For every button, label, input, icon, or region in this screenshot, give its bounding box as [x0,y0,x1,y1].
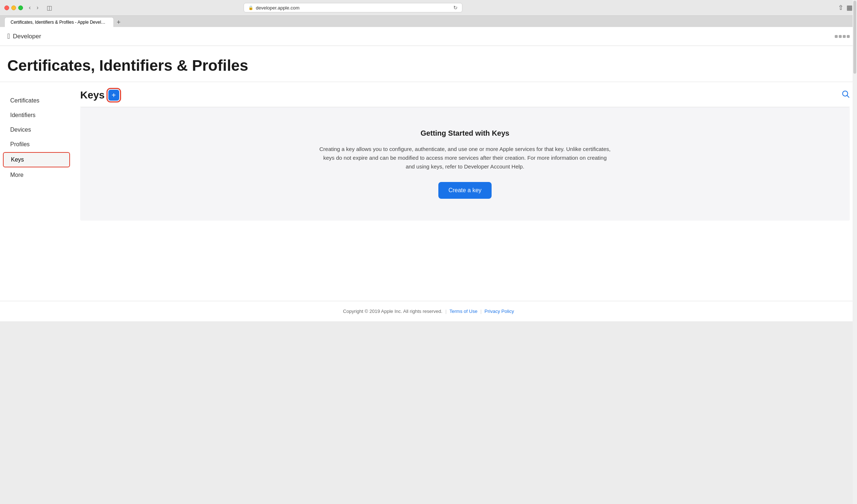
back-button[interactable]: ‹ [27,4,33,12]
active-tab[interactable]: Certificates, Identifiers & Profiles - A… [4,17,114,27]
header-dot-2 [839,35,842,38]
main-layout: Certificates Identifiers Devices Profile… [0,82,857,301]
address-bar[interactable]: 🔒 developer.apple.com ↻ [244,3,462,12]
scrollbar-thumb[interactable] [853,1,856,74]
browser-content:  Developer Certificates, Identifiers & … [0,27,857,321]
header-dot-3 [843,35,846,38]
sidebar-item-certificates[interactable]: Certificates [3,94,70,108]
footer: Copyright © 2019 Apple Inc. All rights r… [0,301,857,321]
getting-started-text: Creating a key allows you to configure, … [319,145,611,171]
header-dot-1 [835,35,838,38]
sidebar-item-more[interactable]: More [3,168,70,182]
tab-bar: Certificates, Identifiers & Profiles - A… [0,16,857,27]
minimize-traffic-light[interactable] [11,5,16,10]
page-title: Certificates, Identifiers & Profiles [7,57,850,74]
create-key-button[interactable]: Create a key [438,182,492,199]
apple-logo-icon:  [7,32,10,40]
privacy-policy-link[interactable]: Privacy Policy [485,309,514,314]
add-key-button[interactable]: + [108,90,119,101]
browser-actions: ⇧ ▦ [838,4,853,12]
tabs-button[interactable]: ▦ [846,4,853,12]
header-right [835,35,850,38]
sidebar-toggle-button[interactable]: ◫ [44,4,54,12]
share-button[interactable]: ⇧ [838,4,844,12]
keys-title-row: Keys + [80,89,119,101]
footer-divider-1: | [445,309,446,314]
url-text: developer.apple.com [256,5,299,11]
browser-chrome: ‹ › ◫ 🔒 developer.apple.com ↻ ⇧ ▦ [0,0,857,16]
new-tab-button[interactable]: + [115,19,123,26]
sidebar-item-keys[interactable]: Keys [3,152,70,167]
sidebar-item-identifiers[interactable]: Identifiers [3,108,70,122]
developer-label: Developer [13,33,41,40]
header-dots [835,35,850,38]
footer-divider-2: | [480,309,481,314]
sidebar-item-devices[interactable]: Devices [3,123,70,137]
close-traffic-light[interactable] [4,5,9,10]
copyright-text: Copyright © 2019 Apple Inc. All rights r… [343,309,443,314]
page-title-area: Certificates, Identifiers & Profiles [0,46,857,82]
getting-started-panel: Getting Started with Keys Creating a key… [80,107,850,221]
sidebar-item-profiles[interactable]: Profiles [3,137,70,151]
sidebar: Certificates Identifiers Devices Profile… [0,82,73,301]
svg-line-1 [847,96,849,98]
keys-header: Keys + [80,89,850,107]
forward-button[interactable]: › [34,4,40,12]
apple-developer-header:  Developer [0,27,857,46]
reload-button[interactable]: ↻ [453,5,458,11]
terms-of-use-link[interactable]: Terms of Use [450,309,478,314]
keys-title: Keys [80,89,105,101]
header-dot-4 [847,35,850,38]
lock-icon: 🔒 [248,5,253,10]
nav-buttons: ‹ › [27,4,41,12]
main-content: Keys + Getting Started with Keys Creatin… [73,82,857,301]
apple-logo-area:  Developer [7,32,41,40]
traffic-lights [4,5,23,10]
getting-started-title: Getting Started with Keys [95,129,835,137]
maximize-traffic-light[interactable] [18,5,23,10]
scrollbar-track[interactable] [853,0,857,504]
search-button[interactable] [842,90,850,100]
